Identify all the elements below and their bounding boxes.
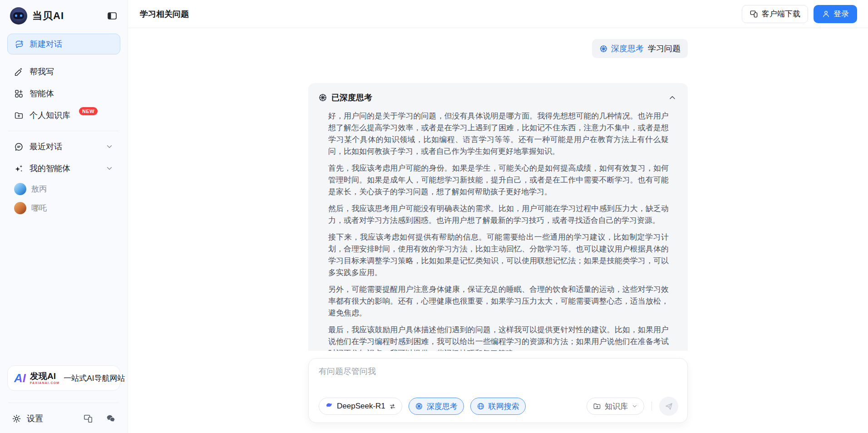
sidebar-divider bbox=[8, 403, 119, 403]
send-button[interactable] bbox=[659, 397, 678, 416]
thinking-paragraph: 接下来，我应该考虑如何提供有帮助的信息。可能需要给出一些通用的学习建议，比如制定… bbox=[328, 231, 669, 279]
brand-robot-logo-icon bbox=[10, 7, 27, 25]
controls-divider bbox=[651, 402, 652, 411]
thinking-title: 已深度思考 bbox=[331, 92, 372, 103]
main-panel: 学习相关问题 客户端下载 登录 bbox=[128, 0, 868, 433]
folder-arrow-icon bbox=[593, 402, 601, 410]
deep-think-icon bbox=[599, 44, 608, 53]
model-selector[interactable]: DeepSeek-R1 bbox=[319, 398, 402, 415]
sidebar-divider bbox=[8, 131, 119, 131]
thinking-paragraph: 首先，我应该考虑用户可能的身份。如果是学生，可能关心的是如何提高成绩，如何有效复… bbox=[328, 162, 669, 198]
login-button[interactable]: 登录 bbox=[814, 5, 857, 23]
agent-avatar bbox=[14, 202, 26, 214]
agent-item-aobing[interactable]: 敖丙 bbox=[7, 179, 120, 198]
new-chat-button[interactable]: 新建对话 bbox=[7, 34, 120, 54]
gear-icon bbox=[12, 414, 21, 423]
thinking-paragraph: 好，用户问的是关于学习的问题，但没有具体说明是哪方面。我得先想想可能的几种情况。… bbox=[328, 110, 669, 157]
sidebar-footer: 设置 bbox=[7, 408, 120, 433]
settings-button[interactable]: 设置 bbox=[12, 413, 43, 424]
agent-item-nezha[interactable]: 哪吒 bbox=[7, 198, 120, 217]
message-input[interactable] bbox=[319, 366, 678, 384]
deep-think-icon bbox=[318, 93, 327, 102]
conversation-title: 学习相关问题 bbox=[140, 9, 189, 20]
thinking-paragraph: 另外，可能需要提醒用户注意身体健康，保证充足的睡眠、合理的饮食和适量的运动，这些… bbox=[328, 284, 669, 319]
devices-icon bbox=[750, 10, 758, 18]
user-message-bubble: 深度思考 学习问题 bbox=[592, 39, 688, 58]
thinking-paragraph: 最后，我应该鼓励用户具体描述他们遇到的问题，这样我可以提供更针对性的建议。比如，… bbox=[328, 324, 669, 351]
discover-ai-brand: 发现AI FAXIANAI.COM bbox=[30, 372, 59, 384]
agents-grid-icon bbox=[14, 89, 24, 98]
sidebar-item-knowledge-base[interactable]: 个人知识库 NEW bbox=[7, 104, 120, 126]
user-message-text: 学习问题 bbox=[648, 43, 681, 54]
deep-think-icon bbox=[415, 402, 423, 410]
top-header: 学习相关问题 客户端下载 登录 bbox=[128, 0, 868, 28]
folder-plus-icon bbox=[14, 111, 24, 120]
client-download-button[interactable]: 客户端下载 bbox=[742, 5, 808, 23]
deep-thinking-panel: 已深度思考 好，用户问的是关于学习的问题，但没有具体说明是哪方面。我得先想想可能… bbox=[308, 83, 688, 351]
chevron-down-icon bbox=[105, 143, 113, 151]
brand-name: 当贝AI bbox=[32, 9, 64, 23]
chevron-down-icon bbox=[105, 164, 113, 172]
chevron-down-icon bbox=[631, 403, 638, 409]
globe-icon bbox=[477, 402, 485, 410]
sidebar-item-agents[interactable]: 智能体 bbox=[7, 83, 120, 104]
sidebar-section-my-agents[interactable]: 我的智能体 bbox=[7, 157, 120, 179]
new-badge: NEW bbox=[79, 107, 98, 115]
discover-ai-promo-banner[interactable]: AI 发现AI FAXIANAI.COM 一站式AI导航网站 bbox=[7, 365, 120, 391]
deep-think-tag: 深度思考 bbox=[599, 43, 644, 54]
pen-icon bbox=[14, 67, 24, 77]
wechat-icon[interactable] bbox=[106, 413, 116, 423]
chat-scroll-area[interactable]: 深度思考 学习问题 已深度思考 bbox=[128, 28, 868, 351]
thinking-paragraph: 然后，我应该思考用户可能没有明确表达的需求。比如，用户可能在学习过程中感到压力大… bbox=[328, 203, 669, 226]
thinking-content: 好，用户问的是关于学习的问题，但没有具体说明是哪方面。我得先想想可能的几种情况。… bbox=[328, 110, 676, 351]
new-chat-icon bbox=[15, 39, 24, 49]
deepseek-whale-icon bbox=[325, 401, 333, 412]
deep-think-toggle[interactable]: 深度思考 bbox=[409, 398, 464, 415]
brand: 当贝AI bbox=[10, 7, 64, 25]
chat-bubble-icon bbox=[14, 142, 24, 152]
web-search-toggle[interactable]: 联网搜索 bbox=[470, 398, 526, 415]
sparkles-icon bbox=[14, 164, 24, 173]
switch-model-icon bbox=[389, 403, 396, 410]
agent-avatar bbox=[14, 183, 26, 195]
sidebar-item-help-me-write[interactable]: 帮我写 bbox=[7, 61, 120, 83]
discover-ai-logo-icon: AI bbox=[14, 372, 26, 384]
person-icon bbox=[822, 10, 830, 18]
collapse-thinking-chevron-up-icon[interactable] bbox=[668, 93, 677, 102]
knowledge-base-dropdown[interactable]: 知识库 bbox=[587, 398, 644, 415]
devices-icon[interactable] bbox=[83, 413, 93, 423]
sidebar-header: 当贝AI bbox=[7, 0, 120, 34]
sidebar-collapse-icon[interactable] bbox=[107, 10, 118, 21]
sidebar-section-recent-chats[interactable]: 最近对话 bbox=[7, 136, 120, 157]
sidebar: 当贝AI 新建对话 帮我写 智能体 个人知识库 NEW bbox=[0, 0, 128, 433]
message-composer: DeepSeek-R1 深度思考 联网搜索 bbox=[308, 358, 688, 423]
